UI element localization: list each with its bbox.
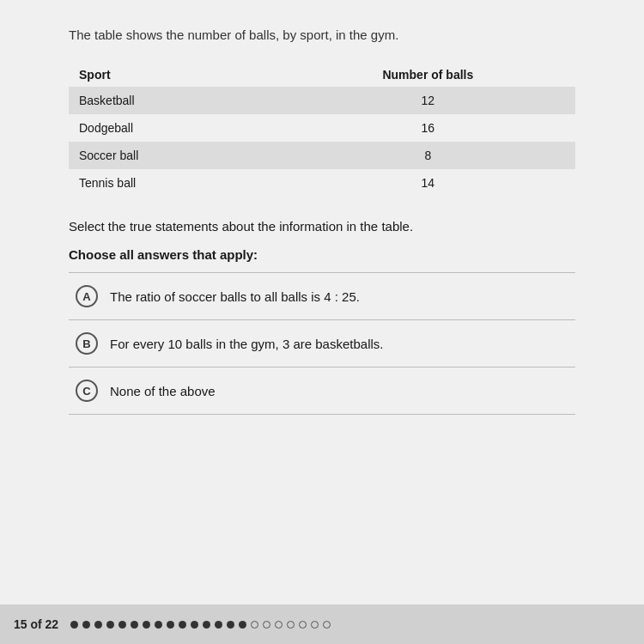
progress-dot-filled (131, 621, 138, 629)
progress-dot-empty (287, 621, 295, 629)
table-row: Tennis ball 14 (69, 169, 575, 197)
progress-dot-empty (299, 621, 307, 629)
answer-option[interactable]: AThe ratio of soccer balls to all balls … (69, 273, 575, 320)
count-cell: 14 (281, 169, 575, 197)
col-header-count: Number of balls (281, 63, 575, 87)
table-row: Basketball 12 (69, 87, 575, 114)
progress-dot-filled (167, 621, 174, 629)
col-header-sport: Sport (69, 63, 281, 87)
progress-dot-empty (263, 621, 270, 629)
main-content: The table shows the number of balls, by … (0, 0, 644, 605)
question-text: Select the true statements about the inf… (69, 217, 575, 235)
progress-dot-filled (118, 621, 126, 629)
choose-label: Choose all answers that apply: (69, 247, 575, 262)
progress-label: 15 of 22 (14, 617, 58, 631)
progress-dot-empty (251, 621, 258, 629)
table-row: Soccer ball 8 (69, 142, 575, 169)
progress-dots (70, 621, 331, 629)
option-text: The ratio of soccer balls to all balls i… (110, 288, 360, 306)
option-text: For every 10 balls in the gym, 3 are bas… (110, 335, 384, 353)
sport-cell: Basketball (69, 87, 281, 114)
progress-dot-filled (227, 621, 234, 629)
progress-dot-empty (323, 621, 331, 629)
progress-dot-filled (179, 621, 186, 629)
progress-dot-filled (191, 621, 198, 629)
progress-dot-filled (215, 621, 222, 629)
sport-cell: Soccer ball (69, 142, 281, 169)
progress-dot-filled (70, 621, 78, 629)
progress-dot-filled (155, 621, 162, 629)
progress-dot-filled (239, 621, 246, 629)
progress-dot-empty (311, 621, 319, 629)
count-cell: 12 (281, 87, 575, 114)
progress-dot-filled (106, 621, 114, 629)
answer-option[interactable]: BFor every 10 balls in the gym, 3 are ba… (69, 320, 575, 368)
sport-cell: Dodgeball (69, 114, 281, 142)
table-row: Dodgeball 16 (69, 114, 575, 142)
count-cell: 16 (281, 114, 575, 142)
progress-dot-filled (82, 621, 90, 629)
footer: 15 of 22 (0, 605, 644, 644)
count-cell: 8 (281, 142, 575, 169)
option-letter-circle: A (76, 285, 98, 307)
answer-option[interactable]: CNone of the above (69, 368, 575, 415)
option-letter-circle: B (76, 332, 98, 355)
progress-dot-filled (203, 621, 210, 629)
progress-dot-filled (94, 621, 102, 629)
intro-text: The table shows the number of balls, by … (69, 26, 575, 44)
progress-dot-empty (275, 621, 283, 629)
option-letter-circle: C (76, 380, 98, 402)
option-text: None of the above (110, 382, 216, 400)
progress-dot-filled (143, 621, 150, 629)
sport-cell: Tennis ball (69, 169, 281, 197)
data-table: Sport Number of balls Basketball 12 Dodg… (69, 63, 575, 197)
answer-options: AThe ratio of soccer balls to all balls … (69, 272, 575, 415)
